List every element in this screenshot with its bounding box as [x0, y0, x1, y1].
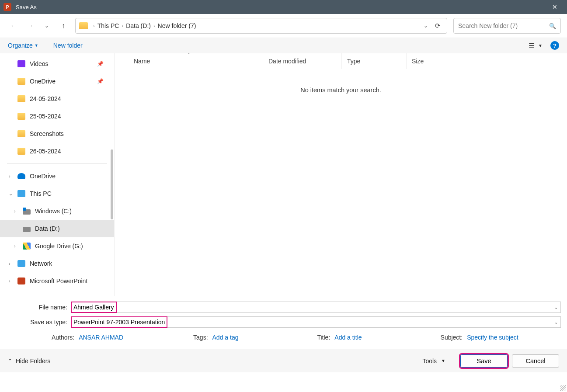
sidebar[interactable]: Videos📌 OneDrive📌 24-05-2024 25-05-2024 …: [0, 53, 115, 296]
title-label: Title:: [317, 334, 330, 341]
resize-grip[interactable]: [560, 385, 566, 391]
app-icon: P: [3, 3, 11, 11]
up-button[interactable]: ↑: [56, 18, 71, 33]
authors-value[interactable]: ANSAR AHMAD: [79, 334, 123, 341]
sidebar-item-videos[interactable]: Videos📌: [0, 55, 114, 73]
footer: ⌃Hide Folders Tools▼ Save Cancel: [0, 349, 567, 372]
sidebar-item-folder[interactable]: Screenshots: [0, 125, 114, 142]
sidebar-item-thispc[interactable]: ⌄This PC: [0, 185, 114, 202]
list-header: ⌃Name Date modified Type Size: [115, 53, 567, 69]
help-button[interactable]: ?: [550, 41, 559, 50]
search-icon[interactable]: 🔍: [549, 23, 556, 29]
forward-button[interactable]: →: [23, 18, 38, 33]
breadcrumb-item[interactable]: Data (D:): [126, 22, 151, 29]
subject-value[interactable]: Specify the subject: [467, 334, 518, 341]
authors-label: Authors:: [52, 334, 74, 341]
savetype-value[interactable]: PowerPoint 97-2003 Presentation: [71, 316, 167, 328]
tags-value[interactable]: Add a tag: [212, 334, 239, 341]
breadcrumb-item[interactable]: This PC: [97, 22, 119, 29]
col-size[interactable]: Size: [407, 53, 450, 69]
titlebar: P Save As ✕: [0, 0, 567, 14]
savetype-select[interactable]: PowerPoint 97-2003 Presentation ⌄: [71, 316, 561, 328]
pin-icon: 📌: [97, 78, 104, 84]
close-button[interactable]: ✕: [546, 0, 564, 14]
pin-icon: 📌: [97, 61, 104, 67]
view-dropdown-icon[interactable]: ▼: [538, 43, 543, 48]
breadcrumb-item[interactable]: New folder (7): [158, 22, 196, 29]
window-title: Save As: [16, 4, 546, 10]
empty-message: No items match your search.: [115, 69, 567, 296]
tools-button[interactable]: Tools▼: [422, 357, 445, 364]
sidebar-item-folder[interactable]: 26-05-2024: [0, 142, 114, 160]
file-list: ⌃Name Date modified Type Size No items m…: [115, 53, 567, 296]
refresh-button[interactable]: ⟳: [432, 22, 443, 30]
dropdown-icon[interactable]: ⌄: [554, 320, 558, 325]
col-name[interactable]: ⌃Name: [115, 53, 263, 69]
save-button[interactable]: Save: [460, 354, 508, 368]
navbar: ← → ⌄ ↑ › This PC › Data (D:) › New fold…: [0, 14, 567, 38]
new-folder-button[interactable]: New folder: [53, 42, 83, 49]
filename-value[interactable]: Ahmed Gallery: [71, 302, 117, 313]
address-bar[interactable]: › This PC › Data (D:) › New folder (7) ⌄…: [75, 18, 447, 34]
sidebar-item-drive-c[interactable]: ›Windows (C:): [0, 202, 114, 220]
dropdown-icon[interactable]: ⌄: [554, 305, 558, 310]
savetype-label: Save as type:: [6, 319, 71, 326]
search-box[interactable]: 🔍: [453, 18, 561, 34]
sidebar-item-drive-d[interactable]: Data (D:): [0, 220, 114, 237]
col-type[interactable]: Type: [342, 53, 407, 69]
organize-button[interactable]: Organize▼: [8, 42, 38, 49]
address-dropdown[interactable]: ⌄: [419, 23, 432, 29]
breadcrumb-sep: ›: [122, 23, 123, 28]
cancel-button[interactable]: Cancel: [512, 354, 559, 368]
sidebar-item-folder[interactable]: 24-05-2024: [0, 90, 114, 108]
sidebar-item-network[interactable]: ›Network: [0, 255, 114, 272]
breadcrumb-sep: ›: [153, 23, 155, 28]
sidebar-item-onedrive-folder[interactable]: OneDrive📌: [0, 73, 114, 90]
toolbar: Organize▼ New folder ☰ ▼ ?: [0, 38, 567, 53]
breadcrumb-sep: ›: [93, 23, 95, 28]
hide-folders-button[interactable]: ⌃Hide Folders: [8, 357, 50, 364]
subject-label: Subject:: [441, 334, 463, 341]
folder-icon: [79, 22, 88, 29]
form-area: File name: Ahmed Gallery ⌄ Save as type:…: [0, 296, 567, 349]
sidebar-item-onedrive[interactable]: ›OneDrive: [0, 167, 114, 185]
view-list-icon[interactable]: ☰: [529, 42, 535, 50]
search-input[interactable]: [458, 22, 549, 29]
filename-label: File name:: [6, 304, 71, 311]
sidebar-item-powerpoint[interactable]: ›Microsoft PowerPoint: [0, 272, 114, 290]
filename-input[interactable]: Ahmed Gallery ⌄: [71, 302, 561, 313]
recent-dropdown[interactable]: ⌄: [39, 18, 54, 33]
back-button[interactable]: ←: [6, 18, 21, 33]
tags-label: Tags:: [193, 334, 208, 341]
scrollbar[interactable]: [111, 149, 113, 219]
title-value[interactable]: Add a title: [334, 334, 362, 341]
sidebar-item-drive-g[interactable]: ›Google Drive (G:): [0, 237, 114, 255]
sidebar-item-folder[interactable]: 25-05-2024: [0, 108, 114, 125]
col-date[interactable]: Date modified: [263, 53, 342, 69]
